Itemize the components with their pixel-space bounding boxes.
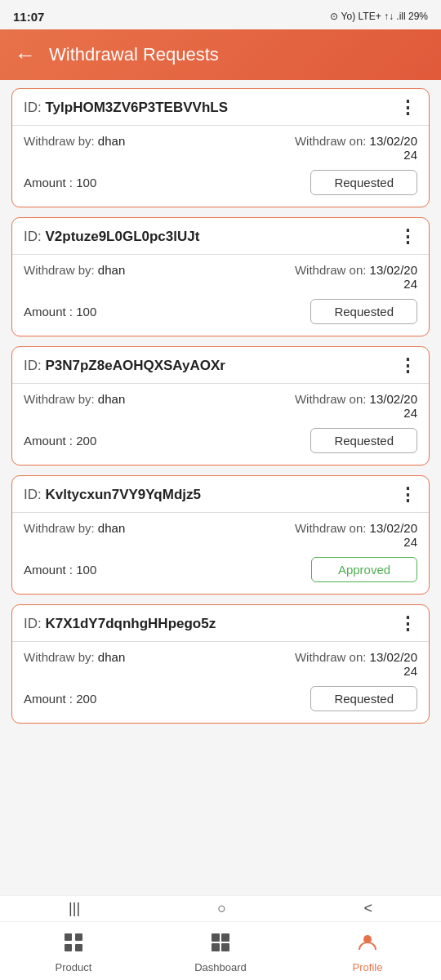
card-amount-4: Amount : 200 xyxy=(24,692,96,706)
card-info-row-3: Withdraw by: dhan Withdraw on: 13/02/20 … xyxy=(24,521,417,549)
card-info-row-0: Withdraw by: dhan Withdraw on: 13/02/20 … xyxy=(24,134,417,162)
card-id-1: ID: V2ptuze9L0GL0pc3lUJt xyxy=(24,229,199,245)
card-withdraw-by-1: Withdraw by: dhan xyxy=(24,263,125,277)
withdrawal-card-4: ID: K7X1dY7dqnhgHHpego5z ⋮ Withdraw by: … xyxy=(11,604,430,724)
nav-label-profile: Profile xyxy=(353,961,383,973)
card-withdraw-by-2: Withdraw by: dhan xyxy=(24,392,125,406)
nav-item-product[interactable]: Product xyxy=(0,932,147,973)
withdrawal-card-2: ID: P3N7pZ8eAOHQXSAyAOXr ⋮ Withdraw by: … xyxy=(11,346,430,466)
status-bar: 11:07 ⊙ Yo) LTE+ ↑↓ .ill 29% xyxy=(0,0,441,29)
card-withdraw-on-1: Withdraw on: 13/02/20 24 xyxy=(295,263,417,291)
card-status-btn-4[interactable]: Requested xyxy=(310,686,417,711)
card-body-2: Withdraw by: dhan Withdraw on: 13/02/20 … xyxy=(12,384,429,465)
card-withdraw-by-0: Withdraw by: dhan xyxy=(24,134,125,148)
card-amount-3: Amount : 100 xyxy=(24,563,96,577)
dashboard-icon xyxy=(210,932,231,959)
card-info-row-4: Withdraw by: dhan Withdraw on: 13/02/20 … xyxy=(24,650,417,678)
card-info-row-2: Withdraw by: dhan Withdraw on: 13/02/20 … xyxy=(24,392,417,420)
header: ← Withdrawal Requests xyxy=(0,29,441,80)
card-withdraw-on-2: Withdraw on: 13/02/20 24 xyxy=(295,392,417,420)
card-header-3: ID: Kvltycxun7VY9YqMdjz5 ⋮ xyxy=(12,476,429,513)
card-withdraw-on-4: Withdraw on: 13/02/20 24 xyxy=(295,650,417,678)
nav-label-product: Product xyxy=(56,961,92,973)
card-id-label: ID: xyxy=(24,616,45,631)
svg-rect-0 xyxy=(65,933,72,941)
card-header-2: ID: P3N7pZ8eAOHQXSAyAOXr ⋮ xyxy=(12,347,429,384)
card-withdraw-on-0: Withdraw on: 13/02/20 24 xyxy=(295,134,417,162)
android-nav-bar: ||| ○ < xyxy=(0,895,441,921)
card-amount-2: Amount : 200 xyxy=(24,434,96,448)
card-id-label: ID: xyxy=(24,358,45,373)
card-body-3: Withdraw by: dhan Withdraw on: 13/02/20 … xyxy=(12,513,429,594)
svg-rect-1 xyxy=(75,933,82,941)
page-title: Withdrawal Requests xyxy=(49,44,219,65)
card-amount-row-0: Amount : 100 Requested xyxy=(24,170,417,195)
card-status-btn-2[interactable]: Requested xyxy=(310,428,417,453)
card-body-0: Withdraw by: dhan Withdraw on: 13/02/20 … xyxy=(12,126,429,207)
svg-rect-7 xyxy=(221,943,229,951)
nav-item-profile[interactable]: Profile xyxy=(294,932,441,973)
nav-label-dashboard: Dashboard xyxy=(194,961,247,973)
card-menu-1[interactable]: ⋮ xyxy=(399,226,417,247)
card-menu-3[interactable]: ⋮ xyxy=(399,484,417,506)
svg-rect-5 xyxy=(221,933,229,942)
card-id-label: ID: xyxy=(24,100,45,115)
card-withdraw-by-4: Withdraw by: dhan xyxy=(24,650,125,664)
card-amount-0: Amount : 100 xyxy=(24,176,96,189)
card-status-btn-0[interactable]: Requested xyxy=(310,170,417,195)
product-icon xyxy=(63,932,84,959)
withdrawal-card-3: ID: Kvltycxun7VY9YqMdjz5 ⋮ Withdraw by: … xyxy=(11,475,430,595)
card-header-4: ID: K7X1dY7dqnhgHHpego5z ⋮ xyxy=(12,605,429,642)
card-withdraw-on-3: Withdraw on: 13/02/20 24 xyxy=(295,521,417,549)
card-body-4: Withdraw by: dhan Withdraw on: 13/02/20 … xyxy=(12,642,429,723)
back-button[interactable]: ← xyxy=(15,44,36,65)
status-network-text: Yo) LTE+ ↑↓ .ill 29% xyxy=(341,11,428,22)
card-id-2: ID: P3N7pZ8eAOHQXSAyAOXr xyxy=(24,358,225,374)
card-id-3: ID: Kvltycxun7VY9YqMdjz5 xyxy=(24,487,201,503)
nav-item-dashboard[interactable]: Dashboard xyxy=(147,932,294,973)
card-amount-row-2: Amount : 200 Requested xyxy=(24,428,417,453)
card-header-0: ID: TylpHOM3ZV6P3TEBVVhLS ⋮ xyxy=(12,89,429,126)
profile-icon xyxy=(357,932,378,959)
card-menu-2[interactable]: ⋮ xyxy=(399,355,417,376)
card-id-0: ID: TylpHOM3ZV6P3TEBVVhLS xyxy=(24,100,228,116)
card-menu-0[interactable]: ⋮ xyxy=(399,97,417,118)
android-menu-button[interactable]: ||| xyxy=(69,900,80,917)
status-icons: ⊙ Yo) LTE+ ↑↓ .ill 29% xyxy=(330,11,428,22)
card-info-row-1: Withdraw by: dhan Withdraw on: 13/02/20 … xyxy=(24,263,417,291)
card-amount-row-4: Amount : 200 Requested xyxy=(24,686,417,711)
status-time: 11:07 xyxy=(13,10,44,24)
svg-rect-6 xyxy=(212,943,220,951)
card-body-1: Withdraw by: dhan Withdraw on: 13/02/20 … xyxy=(12,255,429,336)
card-amount-1: Amount : 100 xyxy=(24,305,96,318)
card-amount-row-3: Amount : 100 Approved xyxy=(24,557,417,582)
card-id-label: ID: xyxy=(24,487,45,502)
bottom-navigation: Product Dashboard Profile xyxy=(0,921,441,980)
card-id-label: ID: xyxy=(24,229,45,244)
withdrawal-card-1: ID: V2ptuze9L0GL0pc3lUJt ⋮ Withdraw by: … xyxy=(11,217,430,336)
android-back-button[interactable]: < xyxy=(363,900,372,917)
card-status-btn-1[interactable]: Requested xyxy=(310,299,417,324)
android-home-button[interactable]: ○ xyxy=(217,900,226,917)
card-status-btn-3[interactable]: Approved xyxy=(311,557,417,582)
card-id-4: ID: K7X1dY7dqnhgHHpego5z xyxy=(24,616,216,632)
content-area: ID: TylpHOM3ZV6P3TEBVVhLS ⋮ Withdraw by:… xyxy=(0,80,441,732)
card-amount-row-1: Amount : 100 Requested xyxy=(24,299,417,324)
card-menu-4[interactable]: ⋮ xyxy=(399,613,417,635)
svg-rect-4 xyxy=(212,933,220,942)
status-network-icon: ⊙ xyxy=(330,11,338,22)
svg-rect-2 xyxy=(65,944,72,951)
card-header-1: ID: V2ptuze9L0GL0pc3lUJt ⋮ xyxy=(12,218,429,255)
svg-rect-3 xyxy=(75,944,82,951)
card-withdraw-by-3: Withdraw by: dhan xyxy=(24,521,125,535)
withdrawal-card-0: ID: TylpHOM3ZV6P3TEBVVhLS ⋮ Withdraw by:… xyxy=(11,88,430,207)
